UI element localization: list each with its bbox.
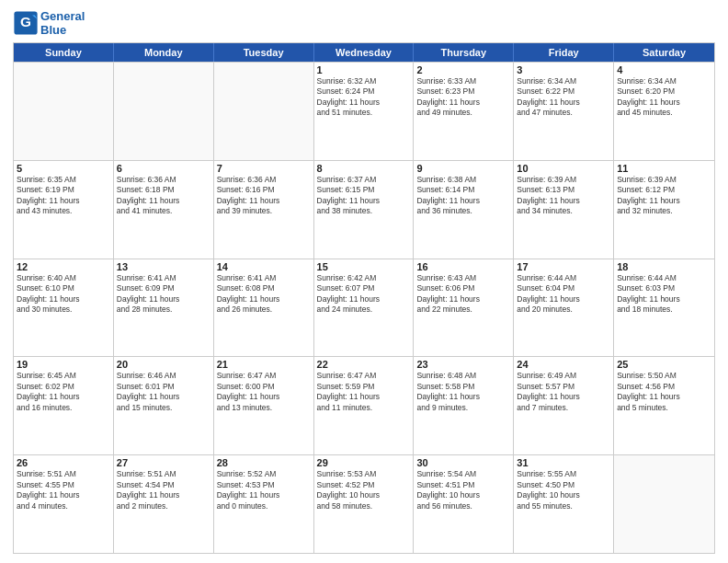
cal-cell: 21Sunrise: 6:47 AMSunset: 6:00 PMDayligh… — [214, 357, 314, 454]
cell-info-line: and 28 minutes. — [117, 304, 210, 315]
cell-info-line: Sunset: 4:52 PM — [317, 480, 411, 490]
cell-info-line: Sunset: 4:53 PM — [217, 480, 311, 490]
cell-info-line: Sunset: 6:18 PM — [117, 185, 210, 195]
cell-info-line: Daylight: 11 hours — [117, 392, 210, 402]
day-number: 11 — [617, 163, 711, 174]
day-number: 1 — [317, 64, 411, 75]
cell-info-line: and 38 minutes. — [317, 206, 411, 216]
cal-cell: 15Sunrise: 6:42 AMSunset: 6:07 PMDayligh… — [314, 259, 415, 357]
cell-info-line: Daylight: 11 hours — [617, 196, 711, 206]
cell-info-line: Sunset: 6:20 PM — [617, 86, 711, 97]
cell-info-line: Daylight: 11 hours — [317, 294, 411, 304]
cell-info-line: Daylight: 11 hours — [17, 490, 110, 500]
cell-info-line: and 56 minutes. — [416, 501, 510, 511]
cell-info-line: Sunset: 6:13 PM — [517, 185, 610, 195]
cal-cell: 2Sunrise: 6:33 AMSunset: 6:23 PMDaylight… — [414, 63, 514, 160]
cal-cell: 13Sunrise: 6:41 AMSunset: 6:09 PMDayligh… — [114, 259, 214, 357]
calendar-body: 1Sunrise: 6:32 AMSunset: 6:24 PMDaylight… — [14, 62, 714, 553]
cell-info-line: and 5 minutes. — [617, 403, 711, 413]
cell-info-line: Sunset: 6:12 PM — [617, 185, 711, 195]
cell-info-line: and 26 minutes. — [217, 304, 311, 315]
cell-info-line: and 20 minutes. — [517, 304, 610, 315]
day-number: 4 — [617, 64, 711, 75]
cell-info-line: Sunrise: 6:33 AM — [416, 76, 510, 86]
cell-info-line: and 22 minutes. — [416, 304, 510, 315]
cal-cell: 16Sunrise: 6:43 AMSunset: 6:06 PMDayligh… — [414, 259, 514, 357]
cell-info-line: Daylight: 11 hours — [617, 98, 711, 108]
cal-row-3: 19Sunrise: 6:45 AMSunset: 6:02 PMDayligh… — [14, 356, 714, 454]
day-number: 19 — [17, 359, 110, 370]
weekday-header-saturday: Saturday — [614, 43, 714, 62]
cell-info-line: and 4 minutes. — [17, 501, 110, 511]
cell-info-line: Sunset: 6:08 PM — [217, 283, 311, 293]
cell-info-line: Sunset: 6:06 PM — [416, 283, 510, 293]
cell-info-line: and 24 minutes. — [317, 304, 411, 315]
cell-info-line: Sunrise: 6:39 AM — [517, 175, 610, 185]
cell-info-line: and 41 minutes. — [117, 206, 210, 216]
cell-info-line: Sunrise: 6:48 AM — [416, 371, 510, 381]
weekday-header-wednesday: Wednesday — [314, 43, 415, 62]
cell-info-line: Daylight: 11 hours — [517, 98, 610, 108]
cal-cell — [14, 63, 114, 160]
cell-info-line: Sunrise: 6:34 AM — [517, 76, 610, 86]
cal-cell: 7Sunrise: 6:36 AMSunset: 6:16 PMDaylight… — [214, 161, 314, 259]
cell-info-line: Sunset: 6:02 PM — [17, 382, 110, 392]
cell-info-line: Sunset: 4:50 PM — [517, 480, 610, 490]
cell-info-line: and 2 minutes. — [117, 501, 210, 511]
cell-info-line: and 34 minutes. — [517, 206, 610, 216]
cal-cell: 1Sunrise: 6:32 AMSunset: 6:24 PMDaylight… — [314, 63, 415, 160]
cal-cell: 6Sunrise: 6:36 AMSunset: 6:18 PMDaylight… — [114, 161, 214, 259]
cal-cell — [614, 455, 714, 553]
cell-info-line: and 32 minutes. — [617, 206, 711, 216]
cal-cell: 19Sunrise: 6:45 AMSunset: 6:02 PMDayligh… — [14, 357, 114, 454]
cal-cell: 29Sunrise: 5:53 AMSunset: 4:52 PMDayligh… — [314, 455, 415, 553]
cell-info-line: Daylight: 11 hours — [617, 294, 711, 304]
cell-info-line: Sunset: 6:10 PM — [17, 283, 110, 293]
cell-info-line: Sunrise: 5:50 AM — [617, 371, 711, 381]
cell-info-line: Sunrise: 6:37 AM — [317, 175, 411, 185]
cell-info-line: Sunset: 4:54 PM — [117, 480, 210, 490]
cal-row-0: 1Sunrise: 6:32 AMSunset: 6:24 PMDaylight… — [14, 62, 714, 160]
cell-info-line: and 51 minutes. — [317, 108, 411, 118]
cell-info-line: Daylight: 11 hours — [416, 294, 510, 304]
cell-info-line: Sunrise: 5:51 AM — [17, 469, 110, 479]
cell-info-line: Daylight: 11 hours — [17, 294, 110, 304]
cell-info-line: and 36 minutes. — [416, 206, 510, 216]
cal-cell: 24Sunrise: 6:49 AMSunset: 5:57 PMDayligh… — [514, 357, 614, 454]
cal-cell: 31Sunrise: 5:55 AMSunset: 4:50 PMDayligh… — [514, 455, 614, 553]
cell-info-line: Sunset: 4:55 PM — [17, 480, 110, 490]
weekday-header-tuesday: Tuesday — [214, 43, 314, 62]
cell-info-line: and 39 minutes. — [217, 206, 311, 216]
logo: G General Blue — [13, 9, 85, 37]
logo-icon: G — [13, 10, 39, 36]
cell-info-line: and 0 minutes. — [217, 501, 311, 511]
cell-info-line: Sunrise: 6:44 AM — [517, 273, 610, 283]
cell-info-line: Sunset: 4:56 PM — [617, 382, 711, 392]
cal-cell: 11Sunrise: 6:39 AMSunset: 6:12 PMDayligh… — [614, 161, 714, 259]
cell-info-line: Sunset: 6:19 PM — [17, 185, 110, 195]
calendar-header: SundayMondayTuesdayWednesdayThursdayFrid… — [14, 43, 714, 62]
cell-info-line: and 45 minutes. — [617, 108, 711, 118]
day-number: 24 — [517, 359, 610, 370]
cell-info-line: Sunset: 6:16 PM — [217, 185, 311, 195]
cell-info-line: Sunrise: 6:49 AM — [517, 371, 610, 381]
cell-info-line: Daylight: 11 hours — [217, 294, 311, 304]
day-number: 2 — [416, 64, 510, 75]
cell-info-line: Sunrise: 5:51 AM — [117, 469, 210, 479]
cell-info-line: Daylight: 11 hours — [416, 392, 510, 402]
page: G General Blue SundayMondayTuesdayWednes… — [0, 0, 728, 563]
logo-text: General Blue — [40, 9, 85, 37]
cell-info-line: Sunset: 6:22 PM — [517, 86, 610, 97]
cell-info-line: Sunrise: 6:47 AM — [317, 371, 411, 381]
cell-info-line: Daylight: 11 hours — [517, 392, 610, 402]
cell-info-line: Sunset: 6:24 PM — [317, 86, 411, 97]
cell-info-line: Sunset: 5:58 PM — [416, 382, 510, 392]
cell-info-line: Sunrise: 6:36 AM — [117, 175, 210, 185]
cell-info-line: Daylight: 11 hours — [17, 392, 110, 402]
cell-info-line: Daylight: 10 hours — [517, 490, 610, 500]
cal-cell: 18Sunrise: 6:44 AMSunset: 6:03 PMDayligh… — [614, 259, 714, 357]
cell-info-line: Daylight: 11 hours — [317, 392, 411, 402]
cell-info-line: Sunrise: 6:36 AM — [217, 175, 311, 185]
cell-info-line: Sunrise: 5:55 AM — [517, 469, 610, 479]
day-number: 21 — [217, 359, 311, 370]
